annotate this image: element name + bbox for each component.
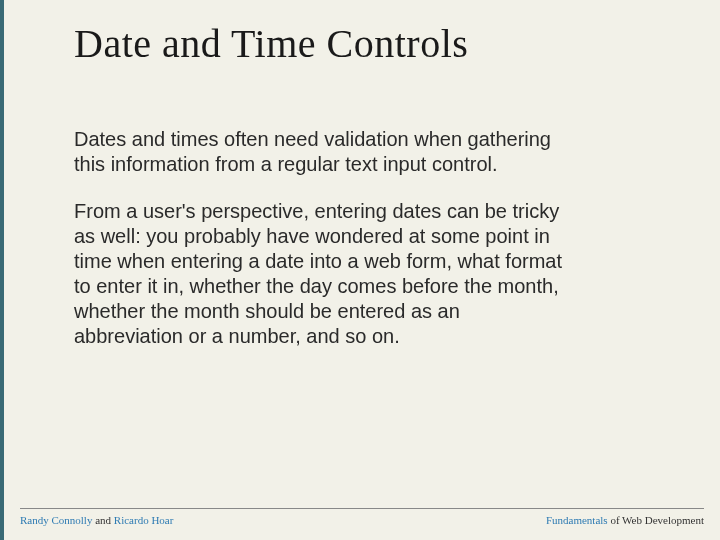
slide-footer: Randy Connolly and Ricardo Hoar Fundamen… (20, 508, 704, 526)
footer-rest: of Web Development (608, 514, 704, 526)
paragraph-2: From a user's perspective, entering date… (74, 199, 574, 349)
author-link-1[interactable]: Randy Connolly (20, 514, 92, 526)
slide: Date and Time Controls Dates and times o… (4, 0, 720, 540)
author-link-2[interactable]: Ricardo Hoar (114, 514, 174, 526)
footer-and: and (92, 514, 113, 526)
slide-body: Dates and times often need validation wh… (74, 127, 660, 349)
book-link[interactable]: Fundamentals (546, 514, 608, 526)
slide-title: Date and Time Controls (74, 20, 660, 67)
footer-left: Randy Connolly and Ricardo Hoar (20, 514, 173, 526)
footer-right: Fundamentals of Web Development (546, 514, 704, 526)
paragraph-1: Dates and times often need validation wh… (74, 127, 574, 177)
